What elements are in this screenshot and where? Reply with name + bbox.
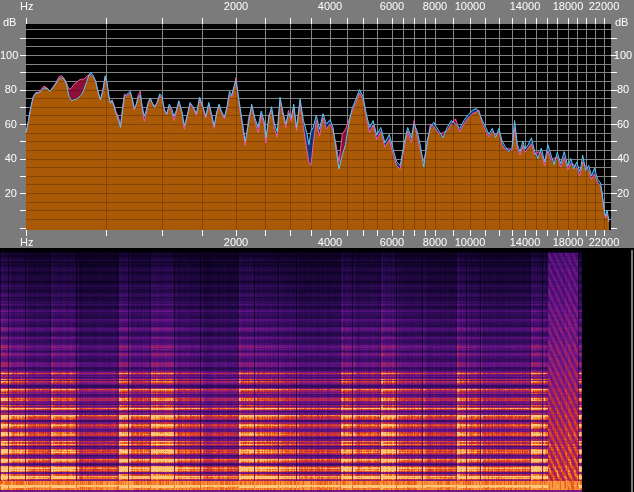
panel-right-edge xyxy=(631,250,633,492)
freq-label-top-8000: 8000 xyxy=(423,1,447,12)
db-label-left-80: 80 xyxy=(0,84,17,95)
db-label-right-80: 80 xyxy=(611,84,634,95)
spectrogram-silence-gap xyxy=(582,250,634,492)
db-label-left-40: 40 xyxy=(0,153,17,164)
freq-label-top-18000: 18000 xyxy=(553,1,584,12)
freq-label-bottom-4000: 4000 xyxy=(318,237,342,248)
freq-label-bottom-18000: 18000 xyxy=(553,237,584,248)
db-label-left-20: 20 xyxy=(0,188,17,199)
freq-label-bottom-14000: 14000 xyxy=(510,237,541,248)
freq-label-bottom-6000: 6000 xyxy=(380,237,404,248)
right-axis-unit-label: dB xyxy=(615,17,628,28)
freq-label-top-14000: 14000 xyxy=(510,1,541,12)
freq-label-top-6000: 6000 xyxy=(380,1,404,12)
audio-analyzer-view: Hz dB dB Hz 2000400060008000100001400018… xyxy=(0,0,634,492)
freq-label-bottom-2000: 2000 xyxy=(224,237,248,248)
bottom-axis-unit-label: Hz xyxy=(20,237,33,248)
db-label-left-60: 60 xyxy=(0,119,17,130)
freq-label-top-22000: 22000 xyxy=(589,1,620,12)
spectrum-analyzer-panel: Hz dB dB Hz 2000400060008000100001400018… xyxy=(0,0,634,248)
freq-label-bottom-10000: 10000 xyxy=(455,237,486,248)
db-label-right-60: 60 xyxy=(611,119,634,130)
top-axis-unit-label: Hz xyxy=(20,1,33,12)
db-label-right-20: 20 xyxy=(611,188,634,199)
left-axis-unit-label: dB xyxy=(3,17,16,28)
freq-label-top-10000: 10000 xyxy=(455,1,486,12)
spectrum-plot-canvas xyxy=(0,0,634,248)
freq-label-top-2000: 2000 xyxy=(224,1,248,12)
spectrogram-canvas xyxy=(0,250,582,492)
db-label-right-100: 100 xyxy=(611,50,634,61)
freq-label-bottom-8000: 8000 xyxy=(423,237,447,248)
db-label-left-100: 100 xyxy=(0,50,17,61)
freq-label-bottom-22000: 22000 xyxy=(589,237,620,248)
freq-label-top-4000: 4000 xyxy=(318,1,342,12)
db-label-right-40: 40 xyxy=(611,153,634,164)
